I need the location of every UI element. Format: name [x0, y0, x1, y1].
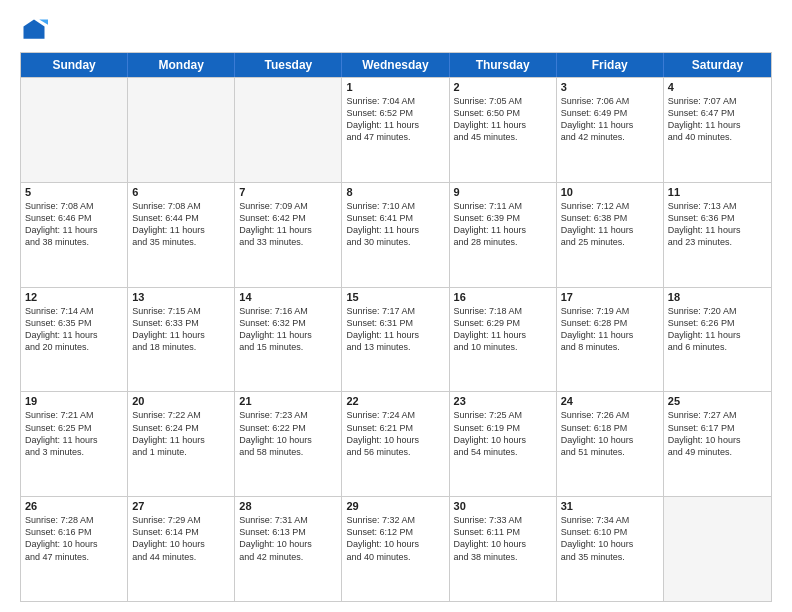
weekday-header-monday: Monday [128, 53, 235, 77]
day-cell-5: 5Sunrise: 7:08 AMSunset: 6:46 PMDaylight… [21, 183, 128, 287]
cell-line-10-0: Sunrise: 7:12 AM [561, 200, 659, 212]
cell-line-27-2: Daylight: 10 hours [132, 538, 230, 550]
cell-line-28-2: Daylight: 10 hours [239, 538, 337, 550]
cell-line-16-0: Sunrise: 7:18 AM [454, 305, 552, 317]
day-number-16: 16 [454, 291, 552, 303]
day-number-1: 1 [346, 81, 444, 93]
day-cell-19: 19Sunrise: 7:21 AMSunset: 6:25 PMDayligh… [21, 392, 128, 496]
cell-line-3-2: Daylight: 11 hours [561, 119, 659, 131]
cell-line-17-1: Sunset: 6:28 PM [561, 317, 659, 329]
calendar: SundayMondayTuesdayWednesdayThursdayFrid… [20, 52, 772, 602]
day-number-4: 4 [668, 81, 767, 93]
cell-line-15-3: and 13 minutes. [346, 341, 444, 353]
cell-line-14-0: Sunrise: 7:16 AM [239, 305, 337, 317]
cell-line-12-2: Daylight: 11 hours [25, 329, 123, 341]
calendar-body: 1Sunrise: 7:04 AMSunset: 6:52 PMDaylight… [21, 77, 771, 601]
cell-line-7-2: Daylight: 11 hours [239, 224, 337, 236]
day-cell-12: 12Sunrise: 7:14 AMSunset: 6:35 PMDayligh… [21, 288, 128, 392]
cell-line-21-3: and 58 minutes. [239, 446, 337, 458]
day-cell-26: 26Sunrise: 7:28 AMSunset: 6:16 PMDayligh… [21, 497, 128, 601]
cell-line-11-2: Daylight: 11 hours [668, 224, 767, 236]
day-cell-22: 22Sunrise: 7:24 AMSunset: 6:21 PMDayligh… [342, 392, 449, 496]
cell-line-3-1: Sunset: 6:49 PM [561, 107, 659, 119]
cell-line-19-2: Daylight: 11 hours [25, 434, 123, 446]
cell-line-31-1: Sunset: 6:10 PM [561, 526, 659, 538]
weekday-header-friday: Friday [557, 53, 664, 77]
day-number-8: 8 [346, 186, 444, 198]
cell-line-26-2: Daylight: 10 hours [25, 538, 123, 550]
cell-line-28-0: Sunrise: 7:31 AM [239, 514, 337, 526]
cell-line-12-0: Sunrise: 7:14 AM [25, 305, 123, 317]
cell-line-13-3: and 18 minutes. [132, 341, 230, 353]
cell-line-2-2: Daylight: 11 hours [454, 119, 552, 131]
cell-line-24-3: and 51 minutes. [561, 446, 659, 458]
day-cell-6: 6Sunrise: 7:08 AMSunset: 6:44 PMDaylight… [128, 183, 235, 287]
cell-line-12-3: and 20 minutes. [25, 341, 123, 353]
cell-line-26-3: and 47 minutes. [25, 551, 123, 563]
cell-line-19-3: and 3 minutes. [25, 446, 123, 458]
day-cell-25: 25Sunrise: 7:27 AMSunset: 6:17 PMDayligh… [664, 392, 771, 496]
cell-line-31-2: Daylight: 10 hours [561, 538, 659, 550]
day-cell-15: 15Sunrise: 7:17 AMSunset: 6:31 PMDayligh… [342, 288, 449, 392]
day-number-26: 26 [25, 500, 123, 512]
cell-line-10-1: Sunset: 6:38 PM [561, 212, 659, 224]
day-number-18: 18 [668, 291, 767, 303]
day-cell-11: 11Sunrise: 7:13 AMSunset: 6:36 PMDayligh… [664, 183, 771, 287]
day-number-24: 24 [561, 395, 659, 407]
day-cell-10: 10Sunrise: 7:12 AMSunset: 6:38 PMDayligh… [557, 183, 664, 287]
cell-line-1-3: and 47 minutes. [346, 131, 444, 143]
cell-line-22-0: Sunrise: 7:24 AM [346, 409, 444, 421]
cell-line-12-1: Sunset: 6:35 PM [25, 317, 123, 329]
day-cell-27: 27Sunrise: 7:29 AMSunset: 6:14 PMDayligh… [128, 497, 235, 601]
weekday-header-wednesday: Wednesday [342, 53, 449, 77]
cell-line-16-3: and 10 minutes. [454, 341, 552, 353]
day-cell-1: 1Sunrise: 7:04 AMSunset: 6:52 PMDaylight… [342, 78, 449, 182]
cell-line-7-1: Sunset: 6:42 PM [239, 212, 337, 224]
cell-line-23-0: Sunrise: 7:25 AM [454, 409, 552, 421]
day-number-14: 14 [239, 291, 337, 303]
day-cell-30: 30Sunrise: 7:33 AMSunset: 6:11 PMDayligh… [450, 497, 557, 601]
cell-line-2-0: Sunrise: 7:05 AM [454, 95, 552, 107]
cell-line-4-3: and 40 minutes. [668, 131, 767, 143]
cell-line-5-3: and 38 minutes. [25, 236, 123, 248]
cell-line-23-3: and 54 minutes. [454, 446, 552, 458]
cell-line-8-3: and 30 minutes. [346, 236, 444, 248]
cell-line-23-2: Daylight: 10 hours [454, 434, 552, 446]
cell-line-6-3: and 35 minutes. [132, 236, 230, 248]
calendar-row-2: 12Sunrise: 7:14 AMSunset: 6:35 PMDayligh… [21, 287, 771, 392]
day-number-7: 7 [239, 186, 337, 198]
day-number-23: 23 [454, 395, 552, 407]
day-number-10: 10 [561, 186, 659, 198]
day-cell-29: 29Sunrise: 7:32 AMSunset: 6:12 PMDayligh… [342, 497, 449, 601]
cell-line-31-3: and 35 minutes. [561, 551, 659, 563]
cell-line-20-2: Daylight: 11 hours [132, 434, 230, 446]
cell-line-17-2: Daylight: 11 hours [561, 329, 659, 341]
empty-cell-4-6 [664, 497, 771, 601]
calendar-row-4: 26Sunrise: 7:28 AMSunset: 6:16 PMDayligh… [21, 496, 771, 601]
cell-line-26-1: Sunset: 6:16 PM [25, 526, 123, 538]
day-number-12: 12 [25, 291, 123, 303]
cell-line-5-2: Daylight: 11 hours [25, 224, 123, 236]
weekday-header-saturday: Saturday [664, 53, 771, 77]
cell-line-14-2: Daylight: 11 hours [239, 329, 337, 341]
empty-cell-0-1 [128, 78, 235, 182]
cell-line-29-1: Sunset: 6:12 PM [346, 526, 444, 538]
cell-line-4-1: Sunset: 6:47 PM [668, 107, 767, 119]
cell-line-20-3: and 1 minute. [132, 446, 230, 458]
cell-line-26-0: Sunrise: 7:28 AM [25, 514, 123, 526]
calendar-row-3: 19Sunrise: 7:21 AMSunset: 6:25 PMDayligh… [21, 391, 771, 496]
day-cell-4: 4Sunrise: 7:07 AMSunset: 6:47 PMDaylight… [664, 78, 771, 182]
day-cell-7: 7Sunrise: 7:09 AMSunset: 6:42 PMDaylight… [235, 183, 342, 287]
day-number-9: 9 [454, 186, 552, 198]
day-cell-3: 3Sunrise: 7:06 AMSunset: 6:49 PMDaylight… [557, 78, 664, 182]
day-number-21: 21 [239, 395, 337, 407]
cell-line-21-0: Sunrise: 7:23 AM [239, 409, 337, 421]
cell-line-2-3: and 45 minutes. [454, 131, 552, 143]
cell-line-25-1: Sunset: 6:17 PM [668, 422, 767, 434]
cell-line-13-0: Sunrise: 7:15 AM [132, 305, 230, 317]
cell-line-6-1: Sunset: 6:44 PM [132, 212, 230, 224]
cell-line-13-1: Sunset: 6:33 PM [132, 317, 230, 329]
cell-line-27-3: and 44 minutes. [132, 551, 230, 563]
cell-line-22-3: and 56 minutes. [346, 446, 444, 458]
cell-line-9-2: Daylight: 11 hours [454, 224, 552, 236]
